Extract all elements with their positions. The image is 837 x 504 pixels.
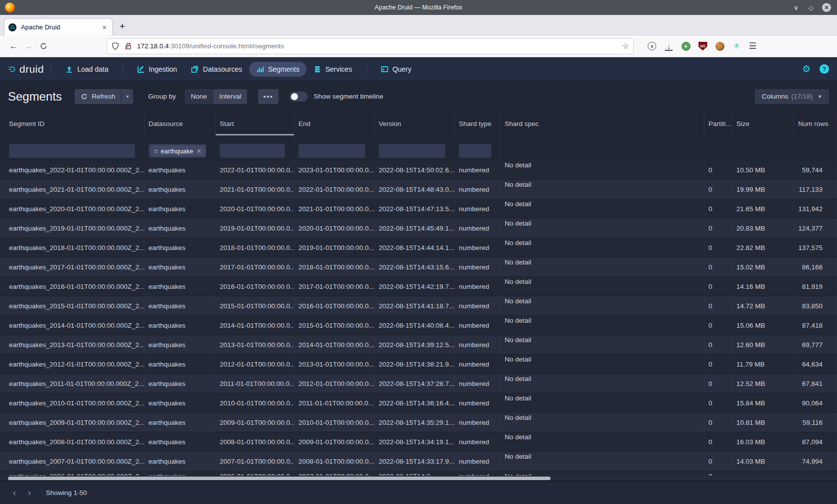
maximize-icon[interactable]: ◇	[807, 4, 815, 11]
segment-table-row[interactable]: earthquakes_2012-01-01T00:00:00.000Z_2..…	[0, 355, 837, 374]
filter-input-version[interactable]	[379, 144, 445, 158]
cell-end: 2017-01-01T00:00:00.0...	[294, 277, 375, 296]
help-icon[interactable]: ?	[820, 64, 829, 74]
column-header-partiti[interactable]: Partiti...	[704, 112, 732, 135]
cell-partiti: 0	[704, 238, 732, 257]
column-header-num-rows[interactable]: Num rows	[794, 112, 837, 135]
segment-table-row[interactable]: earthquakes_2017-01-01T00:00:00.000Z_2..…	[0, 257, 837, 277]
nav-item-ingestion[interactable]: Ingestion	[130, 62, 184, 77]
more-options-button[interactable]: •••	[258, 89, 278, 104]
multi-account-icon[interactable]: ✳	[731, 41, 742, 51]
minimize-icon[interactable]: ∨	[792, 4, 800, 11]
reload-button[interactable]	[36, 42, 51, 50]
group-by-none-button[interactable]: None	[185, 89, 213, 104]
nav-item-label: Segments	[268, 65, 299, 73]
segment-table-row[interactable]: earthquakes_2007-01-01T00:00:00.000Z_2..…	[0, 452, 837, 471]
segment-table-row[interactable]: earthquakes_2006-01-01T00:00:00.000Z_2..…	[0, 471, 837, 476]
segment-table-row[interactable]: earthquakes_2020-01-01T00:00:00.000Z_2..…	[0, 199, 837, 219]
filter-input-datasource[interactable]: =earthquake✕	[148, 144, 206, 158]
filter-input-segment-id[interactable]	[9, 144, 135, 158]
segment-table-row[interactable]: earthquakes_2015-01-01T00:00:00.000Z_2..…	[0, 296, 837, 316]
cell-partiti: 0	[704, 374, 732, 393]
segment-table-row[interactable]: earthquakes_2019-01-01T00:00:00.000Z_2..…	[0, 219, 837, 238]
segment-table-row[interactable]: earthquakes_2014-01-01T00:00:00.000Z_2..…	[0, 316, 837, 335]
segment-table-row[interactable]: earthquakes_2013-01-01T00:00:00.000Z_2..…	[0, 335, 837, 355]
druid-logo[interactable]: druid	[8, 63, 44, 75]
cell-segment-id: earthquakes_2020-01-01T00:00:00.000Z_2..…	[0, 199, 144, 218]
segment-table-row[interactable]: earthquakes_2008-01-01T00:00:00.000Z_2..…	[0, 432, 837, 452]
column-header-segment-id[interactable]: Segment ID	[0, 112, 144, 135]
group-by-interval-button[interactable]: Interval	[213, 89, 247, 104]
segment-table-row[interactable]: earthquakes_2011-01-01T00:00:00.000Z_2..…	[0, 374, 837, 393]
nav-item-load-data[interactable]: Load data	[58, 62, 115, 77]
cell-end: 2015-01-01T00:00:00.0...	[294, 316, 375, 335]
tab-close-icon[interactable]: ×	[101, 23, 108, 31]
segments-control-bar: Segments Refresh ▾ Group by None Interva…	[0, 81, 837, 112]
close-icon[interactable]: ✕	[822, 3, 831, 12]
nav-item-label: Load data	[77, 65, 108, 73]
cell-datasource: earthquakes	[144, 335, 216, 354]
filter-input-shard-type[interactable]	[459, 144, 491, 158]
segment-table-row[interactable]: earthquakes_2018-01-01T00:00:00.000Z_2..…	[0, 238, 837, 257]
nav-item-query[interactable]: Query	[374, 62, 418, 77]
cell-partiti: 0	[704, 180, 732, 199]
horizontal-scrollbar[interactable]	[0, 476, 837, 481]
segment-timeline-toggle[interactable]	[289, 92, 308, 102]
lock-insecure-icon[interactable]	[124, 42, 133, 50]
refresh-caret-button[interactable]: ▾	[122, 89, 133, 104]
pagination-footer: ‹ › Showing 1-50	[0, 481, 837, 504]
segment-table-row[interactable]: earthquakes_2010-01-01T00:00:00.000Z_2..…	[0, 393, 837, 413]
cell-num-rows: 81,919	[794, 277, 837, 296]
cell-end: 2009-01-01T00:00:00.0...	[294, 432, 375, 451]
segment-table-row[interactable]: earthquakes_2021-01-01T00:00:00.000Z_2..…	[0, 180, 837, 199]
forward-button[interactable]: →	[21, 41, 36, 51]
url-text[interactable]: 172.18.0.4:30109/unified-console.html#se…	[137, 42, 622, 50]
column-header-version[interactable]: Version	[375, 112, 455, 135]
nav-item-datasources[interactable]: Datasources	[184, 62, 249, 77]
filter-input-end[interactable]	[298, 144, 365, 158]
back-button[interactable]: ←	[6, 41, 21, 51]
remove-filter-icon[interactable]: ✕	[196, 147, 202, 155]
segment-table-row[interactable]: earthquakes_2009-01-01T00:00:00.000Z_2..…	[0, 413, 837, 432]
new-tab-button[interactable]: +	[120, 21, 125, 32]
toggle-knob	[291, 93, 298, 100]
pocket-icon[interactable]: ∨	[648, 42, 656, 50]
cell-shard-type: numbered	[455, 277, 501, 296]
refresh-button[interactable]: Refresh	[75, 89, 121, 104]
nav-item-services[interactable]: Services	[306, 62, 359, 77]
ublock-shield-icon[interactable]: UO	[698, 42, 707, 51]
cell-end: 2014-01-01T00:00:00.0...	[294, 335, 375, 354]
cell-version: 2022-08-15T14:42:19.7...	[375, 277, 455, 296]
next-page-button[interactable]: ›	[22, 488, 37, 498]
url-bar[interactable]: 172.18.0.4:30109/unified-console.html#se…	[107, 38, 634, 54]
menu-hamburger-icon[interactable]: ☰	[749, 41, 756, 51]
segment-table-row[interactable]: earthquakes_2022-01-01T00:00:00.000Z_2..…	[0, 160, 837, 180]
filter-input-start[interactable]	[220, 144, 285, 158]
columns-button[interactable]: Columns (17/18) ▼	[755, 89, 829, 104]
cell-shard-type: numbered	[455, 471, 501, 476]
tab-apache-druid[interactable]: Apache Druid ×	[4, 18, 113, 35]
downloads-icon[interactable]: ↓	[664, 41, 674, 51]
extension-green-icon[interactable]: ●	[682, 42, 691, 51]
refresh-label: Refresh	[92, 93, 115, 100]
column-header-size[interactable]: Size	[732, 112, 794, 135]
settings-gear-icon[interactable]: ⚙	[802, 63, 811, 75]
column-header-end[interactable]: End	[294, 112, 375, 135]
column-header-start[interactable]: Start	[216, 112, 294, 135]
cell-size: 11.79 MB	[732, 355, 794, 374]
scrollbar-thumb[interactable]	[8, 477, 551, 480]
shield-icon[interactable]	[111, 42, 120, 50]
cell-end: 2010-01-01T00:00:00.0...	[294, 413, 375, 432]
nav-item-segments[interactable]: Segments	[249, 62, 306, 77]
bookmark-star-icon[interactable]: ☆	[622, 41, 629, 51]
prev-page-button[interactable]: ‹	[7, 488, 22, 498]
segment-table-row[interactable]: earthquakes_2016-01-01T00:00:00.000Z_2..…	[0, 277, 837, 296]
column-header-shard-spec[interactable]: Shard spec	[501, 112, 704, 135]
cell-num-rows: 86,166	[794, 257, 837, 276]
cell-version: 2022-08-15T14:39:12.5...	[375, 335, 455, 354]
column-header-shard-type[interactable]: Shard type	[455, 112, 501, 135]
column-header-datasource[interactable]: Datasource	[144, 112, 216, 135]
datasource-filter-chip[interactable]: =earthquake✕	[150, 145, 205, 156]
cell-datasource: earthquakes	[144, 413, 216, 432]
cookie-extension-icon[interactable]	[715, 42, 724, 51]
